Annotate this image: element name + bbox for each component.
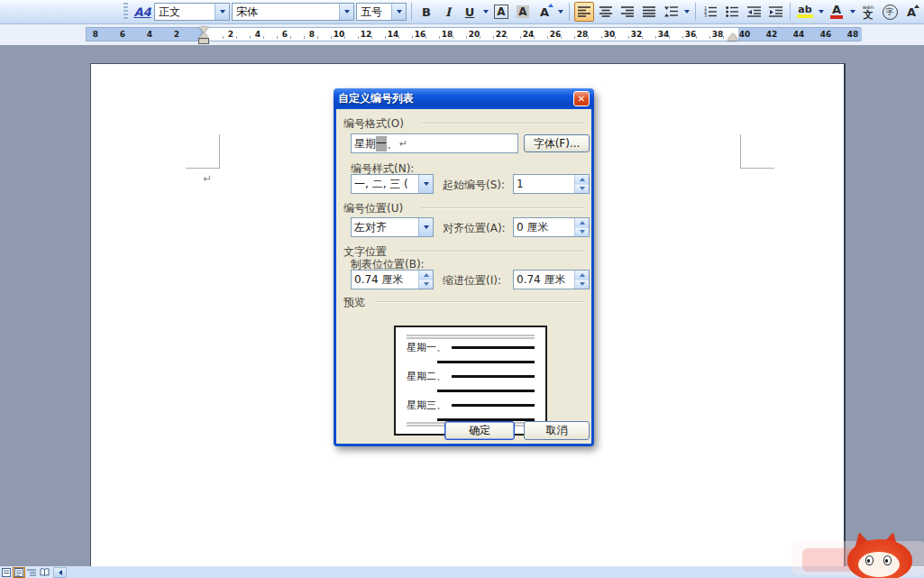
ok-button[interactable]: 确定 [444,421,515,440]
right-indent-marker[interactable] [727,33,738,41]
numbered-list-button[interactable]: 123 [700,2,720,22]
styles-and-formatting-icon[interactable]: A4 [133,2,152,22]
font-dropdown-arrow-icon[interactable] [339,4,353,20]
number-format-selected-text: 一 [376,136,387,151]
alignment-value: 左对齐 [354,220,418,235]
input-paragraph-mark-icon: ↵ [399,138,407,150]
highlight-dropdown-arrow-icon[interactable] [817,2,825,22]
dialog-close-button[interactable]: ✕ [573,91,590,106]
font-button[interactable]: 字体(F)... [524,134,590,152]
number-style-combobox[interactable]: 一, 二, 三 ( [351,174,434,194]
dialog-custom-numbered-list: 自定义编号列表 ✕ 编号格式(O) 星期一、 ↵ 字体(F)... 编号样式(N… [334,88,594,446]
bold-button[interactable]: B [416,2,436,22]
dialog-title: 自定义编号列表 [338,91,414,106]
spin-down-icon[interactable] [575,280,589,289]
style-dropdown-arrow-icon[interactable] [215,4,229,20]
spin-up-icon[interactable] [575,271,589,280]
line-spacing-button[interactable] [661,2,681,22]
character-border-button[interactable]: A [491,2,511,22]
normal-view-button[interactable] [0,567,13,578]
align-left-button[interactable] [574,2,594,22]
scroll-left-button[interactable] [53,567,67,578]
page-view-button[interactable] [13,567,25,578]
ruler-number: 48 [847,30,859,39]
size-dropdown-arrow-icon[interactable] [391,4,406,20]
fox-pupil-icon [885,559,888,563]
spin-down-icon[interactable] [419,280,433,289]
underline-button[interactable]: U [460,2,480,22]
ruler-number: 40 [739,30,751,39]
dialog-body: 编号格式(O) 星期一、 ↵ 字体(F)... 编号样式(N): 一, 二, 三… [336,109,591,444]
increase-indent-button[interactable] [765,2,785,22]
alignment-dropdown-arrow-icon[interactable] [418,218,433,236]
paragraph-style-combobox[interactable]: 正文 [154,3,230,21]
highlight-button[interactable]: ab [795,2,815,22]
tab-position-spinner[interactable]: 0.74 厘米 [351,270,434,289]
ruler-number: 6 [282,30,288,39]
italic-button[interactable]: I [438,2,458,22]
reading-view-button[interactable] [38,567,50,578]
number-format-input[interactable]: 星期一、 ↵ [351,133,518,153]
align-center-icon [599,6,612,17]
start-number-label: 起始编号(S): [443,178,505,193]
underline-dropdown-arrow-icon[interactable] [481,2,489,22]
align-right-button[interactable] [618,2,637,22]
group-divider [376,301,584,303]
spin-up-icon[interactable] [575,218,589,228]
font-color-dropdown-arrow-icon[interactable] [848,2,856,22]
group-divider [422,123,584,124]
align-right-icon [621,6,634,17]
font-name-value: 宋体 [236,5,339,20]
preview-item-row [407,390,535,392]
font-size-combobox[interactable]: 五号 [356,3,407,21]
line-spacing-dropdown-arrow-icon[interactable] [682,2,691,22]
spin-up-icon[interactable] [575,175,589,185]
toolbar-separator [695,3,696,21]
horizontal-ruler: 8642246810121416182022242628303234363840… [0,24,924,45]
align-position-spinner[interactable]: 0 厘米 [513,217,590,237]
cancel-button[interactable]: 取消 [524,421,590,440]
preview-item-row: 星期一、 [407,341,535,354]
dialog-titlebar[interactable]: 自定义编号列表 ✕ [334,88,594,109]
spin-down-icon[interactable] [575,228,589,237]
bottom-bar [0,566,924,578]
bullet-list-button[interactable] [722,2,742,22]
distribute-justify-button[interactable] [639,2,659,22]
ruler-number: 18 [442,30,453,39]
spin-down-icon[interactable] [575,185,589,194]
fox-face-icon [858,552,900,577]
paragraph-mark-icon: ↵ [203,172,212,185]
character-scale-button[interactable]: A [535,2,554,22]
start-number-spinner[interactable]: 1 [513,174,590,194]
ruler-strip[interactable]: 8642246810121416182022242628303234363840… [86,27,861,41]
character-shading-button[interactable]: A [513,2,533,22]
ruler-number: 14 [388,30,399,39]
grow-font-button[interactable]: A [901,2,921,22]
toolbar-grip-handle[interactable] [124,3,128,21]
ruler-number: 30 [604,30,616,39]
font-name-combobox[interactable]: 宋体 [232,3,354,21]
align-center-button[interactable] [596,2,616,22]
ruler-number: 44 [793,30,805,39]
page-view-icon [14,568,23,577]
preview-gray-line [407,337,535,339]
fox-pupil-icon [867,559,870,563]
outline-view-button[interactable] [25,567,38,578]
paragraph-style-value: 正文 [159,5,215,20]
indent-position-spinner[interactable]: 0.74 厘米 [513,270,590,289]
line-spacing-icon [664,6,678,17]
alignment-combobox[interactable]: 左对齐 [351,217,434,237]
preview-gray-line [407,335,535,336]
character-scale-dropdown-arrow-icon[interactable] [556,2,564,22]
font-color-button[interactable]: A [827,2,846,22]
increase-indent-icon [769,6,782,17]
indent-marker[interactable] [197,27,211,43]
phonetic-guide-button[interactable]: wén 文 [858,2,878,22]
font-size-value: 五号 [361,5,391,20]
number-format-text: 、 [387,136,398,151]
decrease-indent-button[interactable] [744,2,764,22]
number-style-dropdown-arrow-icon[interactable] [418,175,433,193]
scroll-left-icon [59,570,62,575]
enclose-characters-button[interactable]: 字 [880,2,900,22]
spin-up-icon[interactable] [419,271,433,280]
